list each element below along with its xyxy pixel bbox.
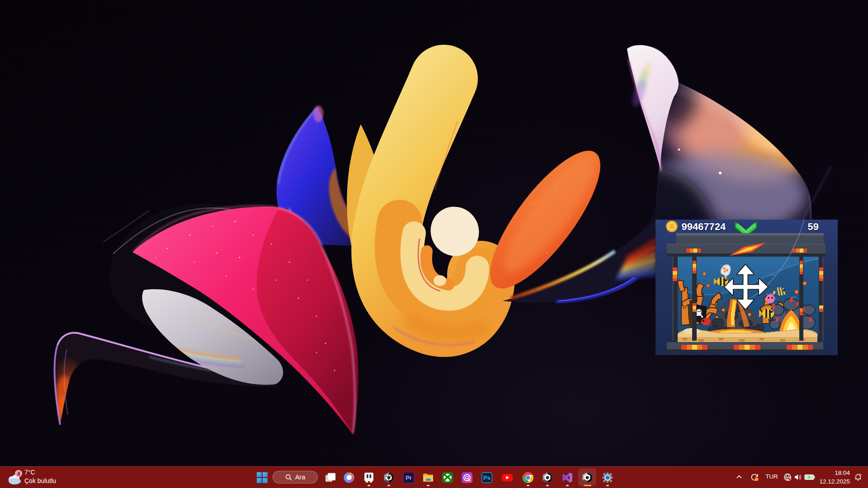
svg-text:Pr: Pr [406,474,412,481]
svg-text:z: z [860,473,862,476]
svg-text:4: 4 [17,471,20,477]
svg-text:Ps: Ps [483,474,491,481]
svg-text:59: 59 [807,222,818,233]
svg-text:99467724: 99467724 [681,222,726,233]
